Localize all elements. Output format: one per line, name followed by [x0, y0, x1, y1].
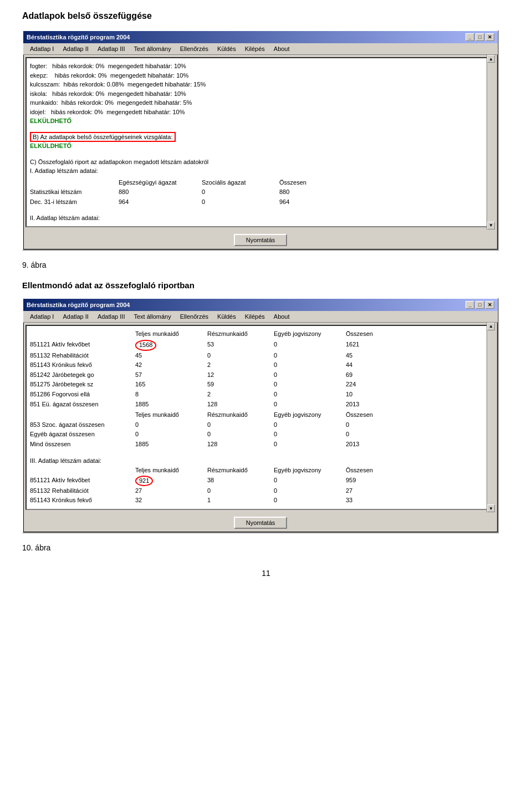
maximize-button-1[interactable]: □	[475, 33, 484, 41]
t2br3-1: 1885	[135, 440, 207, 450]
menu-kuldes[interactable]: Küldés	[213, 44, 241, 53]
table3-row-2: 851132 Rehabilitációt 27 0 0 27	[30, 486, 483, 496]
th1-col3: Összesen	[279, 178, 351, 188]
td1-2-3: 964	[279, 197, 351, 207]
t2r1-2: 53	[207, 340, 274, 350]
scroll-up-1[interactable]: ▲	[487, 55, 495, 63]
th1-col1: Egészségügyi ágazat	[119, 178, 202, 188]
menu-about[interactable]: About	[269, 44, 294, 53]
figure-label-2: 10. ábra	[22, 543, 510, 552]
title-2: Bérstatisztika rögzítő program 2004	[27, 302, 130, 308]
scrollbar-1[interactable]: ▲ ▼	[487, 55, 495, 229]
t2bh1: Teljes munkaidő	[135, 410, 207, 420]
close-button-2[interactable]: ✕	[485, 301, 494, 309]
menu-text[interactable]: Text állomány	[129, 44, 175, 53]
menu2-kuldes[interactable]: Küldés	[213, 312, 241, 321]
menu2-about[interactable]: About	[269, 312, 294, 321]
t3r1-2: 38	[207, 476, 274, 486]
section-heading-2: Ellentmondó adat az összefoglaló riportb…	[22, 280, 510, 290]
menu-adatlap3[interactable]: Adatlap III	[93, 44, 130, 53]
table2-row-4: 851242 Járóbetegek go 57 12 0 69	[30, 370, 483, 380]
menu-kilepes[interactable]: Kilépés	[241, 44, 269, 53]
menu-adatlap1[interactable]: Adatlap I	[25, 44, 58, 53]
table2-row-7: 851 Eü. ágazat összesen 1885 128 0 2013	[30, 400, 483, 410]
t2r3-1: 42	[135, 360, 207, 370]
t2r1-0: 851121 Aktív fekvőbet	[30, 340, 135, 350]
scroll-down-2[interactable]: ▼	[487, 504, 495, 512]
t2r2-0: 851132 Rehabilitációt	[30, 351, 135, 361]
minimize-button-2[interactable]: _	[466, 301, 474, 309]
button-row-1: Nyomtatás	[23, 229, 498, 249]
t2r1-4: 1621	[346, 340, 396, 350]
title-1: Bérstatisztika rögzítő program 2004	[27, 34, 130, 40]
t2br1-4: 0	[346, 420, 396, 430]
table1-row-1: Statisztikai létszám 880 0 880	[30, 187, 483, 197]
table-section2-label-1: II. Adatlap létszám adatai:	[30, 213, 483, 223]
t3h0	[30, 466, 135, 476]
titlebar-1: Bérstatisztika rögzítő program 2004 _ □ …	[23, 31, 498, 43]
t3r3-4: 33	[346, 496, 396, 506]
t2r2-4: 45	[346, 351, 396, 361]
t3r2-3: 0	[274, 486, 346, 496]
t2br3-0: Mind összesen	[30, 440, 135, 450]
print-button-2[interactable]: Nyomtatás	[234, 517, 288, 529]
page-number: 11	[22, 569, 510, 578]
close-button-1[interactable]: ✕	[485, 33, 494, 41]
menu2-ellenorzes[interactable]: Ellenőrzés	[176, 312, 213, 321]
section-heading-1: Adatlapok belső összefüggése	[22, 11, 510, 21]
t2br3-3: 0	[274, 440, 346, 450]
window-2: Bérstatisztika rögzítő program 2004 _ □ …	[22, 298, 499, 533]
t2r4-4: 69	[346, 370, 396, 380]
td1-1-0: Statisztikai létszám	[30, 187, 119, 197]
td1-2-0: Dec. 31-i létszám	[30, 197, 119, 207]
t2h4: Összesen	[346, 329, 396, 339]
annotated-1568: 1568	[135, 340, 156, 350]
scroll-down-1[interactable]: ▼	[487, 222, 495, 229]
content-area-2: Teljes munkaidő Részmunkaidő Egyéb jogvi…	[25, 325, 495, 510]
win-controls-1: _ □ ✕	[466, 33, 494, 41]
content-area-1: fogter: hibás rekordok: 0% megengedett h…	[25, 57, 495, 227]
menu2-adatlap3[interactable]: Adatlap III	[93, 312, 130, 321]
menu2-text[interactable]: Text állomány	[129, 312, 175, 321]
table3-section-label: III. Adatlap létszám adatai:	[30, 456, 483, 466]
td1-1-3: 880	[279, 187, 351, 197]
t3r3-3: 0	[274, 496, 346, 506]
t2br2-3: 0	[274, 430, 346, 440]
t2r1-3: 0	[274, 340, 346, 350]
line-ekepz: ekepz: hibás rekordok: 0% megengedett hi…	[30, 71, 483, 80]
t2br2-4: 0	[346, 430, 396, 440]
t2bh2: Részmunkaidő	[207, 410, 274, 420]
menu2-adatlap1[interactable]: Adatlap I	[25, 312, 58, 321]
t2bh3: Egyéb jogviszony	[274, 410, 346, 420]
t2r4-2: 12	[207, 370, 274, 380]
t3r1-4: 959	[346, 476, 396, 486]
t3h2: Részmunkaidő	[207, 466, 274, 476]
t3h1: Teljes munkaidő	[135, 466, 207, 476]
menu2-adatlap2[interactable]: Adatlap II	[58, 312, 93, 321]
t2h0	[30, 329, 135, 339]
t2r6-0: 851286 Fogorvosi ellá	[30, 390, 135, 400]
t2r5-0: 851275 Járóbetegek sz	[30, 380, 135, 390]
t2r1-1: 1568	[135, 340, 207, 350]
menu2-kilepes[interactable]: Kilépés	[241, 312, 269, 321]
t2br2-1: 0	[135, 430, 207, 440]
t2r7-3: 0	[274, 400, 346, 410]
t3h3: Egyéb jogviszony	[274, 466, 346, 476]
maximize-button-2[interactable]: □	[475, 301, 484, 309]
table2-row-1: 851121 Aktív fekvőbet 1568 53 0 1621	[30, 340, 483, 350]
menu-adatlap2[interactable]: Adatlap II	[58, 44, 93, 53]
print-button-1[interactable]: Nyomtatás	[234, 234, 288, 246]
table3-header: Teljes munkaidő Részmunkaidő Egyéb jogvi…	[30, 466, 483, 476]
t3r3-0: 851143 Krónikus fekvő	[30, 496, 135, 506]
t2r6-3: 0	[274, 390, 346, 400]
t3r2-4: 27	[346, 486, 396, 496]
menu-ellenorzes[interactable]: Ellenőrzés	[176, 44, 213, 53]
scrollbar-2[interactable]: ▲ ▼	[487, 323, 495, 512]
table2-row-2: 851132 Rehabilitációt 45 0 0 45	[30, 351, 483, 361]
scroll-up-2[interactable]: ▲	[487, 323, 495, 330]
td1-2-2: 0	[202, 197, 279, 207]
minimize-button-1[interactable]: _	[466, 33, 474, 41]
t2br1-0: 853 Szoc. ágazat összesen	[30, 420, 135, 430]
line-iskola: iskola: hibás rekordok: 0% megengedett h…	[30, 89, 483, 99]
table2b-header: Teljes munkaidő Részmunkaidő Egyéb jogvi…	[30, 410, 483, 420]
